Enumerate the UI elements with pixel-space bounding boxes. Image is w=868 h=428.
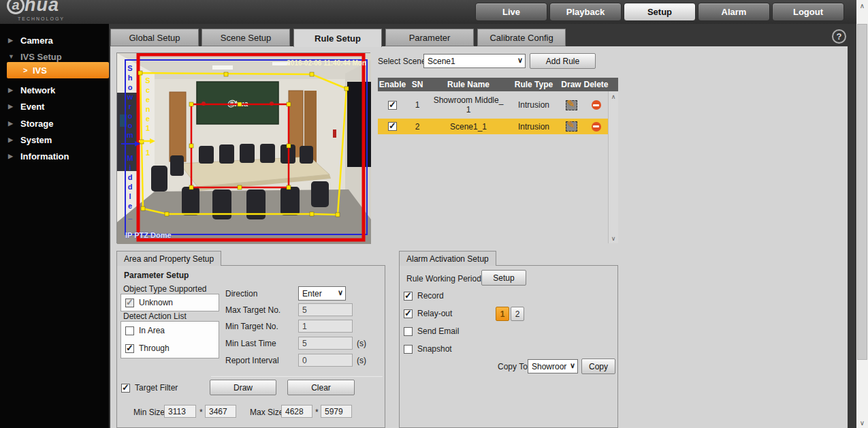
col-sn: SN: [407, 80, 428, 89]
snapshot-label: Snapshot: [417, 344, 452, 354]
report-interval-unit: (s): [357, 356, 366, 365]
copy-button[interactable]: Copy: [581, 358, 615, 374]
video-canvas: ⓐhua: [117, 53, 371, 244]
sidebar-item-event[interactable]: ▶ Event: [0, 99, 109, 114]
min-size-height-input[interactable]: 3467: [205, 405, 236, 418]
scroll-up-icon[interactable]: ∧: [856, 0, 868, 11]
record-checkbox[interactable]: [404, 292, 413, 301]
relay-out-checkbox[interactable]: [404, 309, 413, 318]
video-preview[interactable]: ⓐhua: [116, 52, 370, 243]
direction-select[interactable]: Enter ∨: [298, 286, 346, 301]
direction-value: Enter: [302, 289, 322, 299]
tab-parameter[interactable]: Parameter: [385, 29, 474, 46]
through-checkbox[interactable]: [125, 344, 134, 353]
size-separator: *: [199, 408, 203, 417]
collapsed-arrow-icon: ▶: [8, 87, 20, 93]
through-label: Through: [139, 343, 170, 353]
clear-button[interactable]: Clear: [287, 380, 355, 395]
min-target-label: Min Target No.: [225, 322, 278, 331]
scroll-up-icon[interactable]: ∧: [609, 91, 618, 102]
nav-alarm-button[interactable]: Alarm: [698, 3, 770, 21]
nav-live-button[interactable]: Live: [475, 3, 547, 21]
delete-rule-icon[interactable]: [592, 122, 601, 132]
sidebar: ▶ Camera ▼ IVS Setup > IVS ▶ Network ▶ E…: [0, 24, 109, 428]
in-area-checkbox[interactable]: [125, 326, 134, 335]
sidebar-item-label: Camera: [20, 35, 53, 46]
sidebar-item-camera[interactable]: ▶ Camera: [0, 33, 109, 48]
record-label: Record: [417, 291, 444, 301]
draw-rule-icon[interactable]: ✎: [566, 121, 577, 132]
main-nav: Live Playback Setup Alarm Logout: [475, 3, 844, 21]
tab-scene-setup[interactable]: Scene Setup: [202, 29, 290, 46]
send-email-label: Send Email: [417, 326, 459, 336]
table-scrollbar[interactable]: ∧ ∨: [608, 91, 618, 243]
send-email-checkbox[interactable]: [404, 327, 413, 336]
table-row[interactable]: 2 Scene1_1 Intrusion ✎: [378, 119, 618, 134]
tab-calibrate-config[interactable]: Calibrate Config: [477, 29, 566, 46]
chevron-down-icon: ∨: [338, 288, 343, 297]
sidebar-item-storage[interactable]: ▶ Storage: [0, 116, 109, 131]
relay-channel-2-button[interactable]: 2: [511, 307, 524, 321]
sidebar-item-label: Storage: [20, 119, 53, 129]
target-filter-checkbox[interactable]: [121, 384, 130, 393]
copy-to-select[interactable]: Showroor ∨: [528, 359, 578, 373]
pencil-icon: ✎: [567, 98, 575, 109]
nav-setup-button[interactable]: Setup: [624, 3, 696, 21]
working-period-setup-button[interactable]: Setup: [481, 270, 526, 286]
min-size-width-input[interactable]: 3113: [164, 405, 196, 418]
sidebar-item-label: Network: [20, 85, 55, 95]
detect-action-label: Detect Action List: [123, 311, 187, 321]
scroll-down-icon[interactable]: ∨: [856, 417, 868, 428]
col-enable: Enable: [378, 80, 407, 89]
in-area-label: In Area: [139, 326, 165, 335]
help-icon[interactable]: ?: [832, 29, 846, 44]
tab-global-setup[interactable]: Global Setup: [110, 29, 199, 46]
sidebar-item-system[interactable]: ▶ System: [0, 132, 109, 147]
col-rule-type: Rule Type: [509, 80, 558, 89]
sub-arrow-icon: >: [23, 66, 33, 74]
nav-playback-button[interactable]: Playback: [549, 3, 622, 21]
min-target-input: 1: [298, 320, 353, 333]
relay-channel-1-button[interactable]: 1: [496, 307, 509, 321]
table-row[interactable]: 1 Showroom Middle_ 1 Intrusion ✎: [378, 91, 618, 119]
sidebar-item-information[interactable]: ▶ Information: [0, 149, 109, 164]
max-size-label: Max Size: [250, 408, 283, 417]
tab-rule-setup[interactable]: Rule Setup: [293, 29, 382, 47]
scroll-down-icon[interactable]: ∨: [609, 233, 618, 243]
logo-text: hua: [25, 0, 59, 16]
col-delete: Delete: [584, 80, 608, 89]
rule-sn: 1: [407, 100, 428, 110]
rule-setup-panel: ⓐhua: [110, 46, 848, 428]
relay-out-label: Relay-out: [417, 309, 452, 318]
rule-enable-checkbox[interactable]: [388, 122, 397, 131]
report-interval-label: Report Interval: [225, 356, 279, 365]
min-size-label: Min Size: [133, 408, 165, 417]
camera-name-overlay: IP PTZ Dome: [125, 231, 172, 239]
direction-label: Direction: [225, 289, 257, 299]
max-size-height-input[interactable]: 5979: [321, 405, 352, 418]
draw-rule-icon[interactable]: ✎: [566, 100, 577, 110]
rules-table: Enable SN Rule Name Rule Type Draw Delet…: [378, 78, 618, 243]
sidebar-item-network[interactable]: ▶ Network: [0, 82, 109, 97]
alarm-activation-setup-tab: Alarm Activation Setup: [399, 251, 496, 266]
rule-sn: 2: [407, 122, 428, 132]
report-interval-input: 0: [298, 354, 353, 367]
sidebar-item-label: Information: [20, 151, 69, 162]
scrollbar-thumb[interactable]: [857, 24, 867, 360]
draw-button[interactable]: Draw: [210, 380, 276, 395]
max-size-width-input[interactable]: 4628: [281, 405, 312, 418]
sidebar-item-ivs[interactable]: > IVS: [7, 62, 109, 78]
delete-rule-icon[interactable]: [592, 100, 601, 110]
sidebar-item-label: IVS Setup: [20, 52, 62, 62]
sidebar-item-label: Event: [20, 102, 44, 112]
select-scene-label: Select Scene: [378, 57, 426, 66]
max-target-input: 5: [298, 303, 353, 316]
snapshot-checkbox[interactable]: [404, 345, 413, 354]
nav-logout-button[interactable]: Logout: [772, 3, 844, 21]
scene-select[interactable]: Scene1 ∨: [423, 54, 526, 68]
add-rule-button[interactable]: Add Rule: [530, 53, 596, 69]
page-scrollbar[interactable]: ∧ ∨: [856, 0, 868, 428]
rule-enable-checkbox[interactable]: [388, 101, 397, 110]
top-bar: a hua TECHNOLOGY Live Playback Setup Ala…: [0, 0, 868, 24]
rule-name: Showroom Middle_ 1: [428, 95, 509, 114]
